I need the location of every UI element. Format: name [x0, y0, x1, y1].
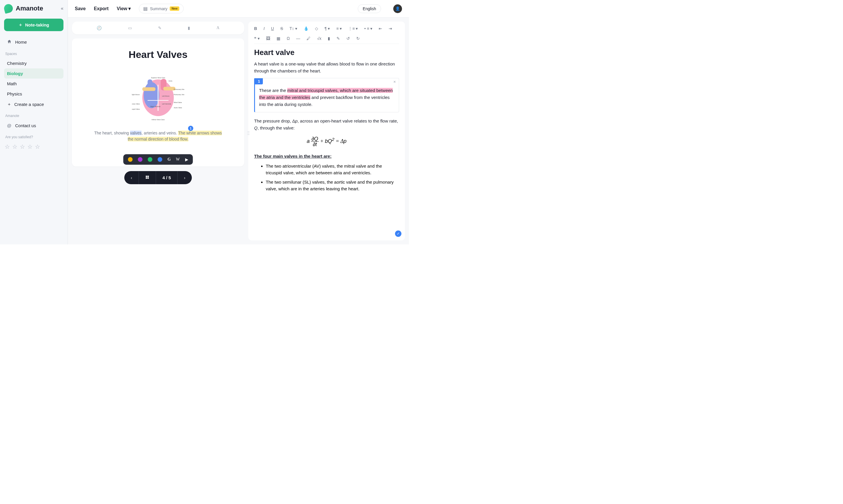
star-icon[interactable]: ☆ [5, 143, 10, 150]
font-size-icon[interactable]: T↕ ▾ [289, 26, 297, 31]
linked-annotation: 1 ✕ These are the mitral and tricuspid v… [254, 78, 399, 112]
indent-left-icon[interactable]: ⇤ [379, 26, 382, 31]
svg-text:Pulmonary Valve: Pulmonary Valve [132, 103, 140, 105]
svg-rect-20 [147, 176, 149, 177]
text-icon[interactable]: A [217, 25, 219, 30]
list-item[interactable]: The two semilunar (SL) valves, the aorti… [266, 179, 399, 192]
heart-diagram: Superior Vena Cava Aorta Pulmonary Arter… [132, 69, 184, 121]
color-yellow[interactable] [128, 157, 132, 162]
annotation-number: 1 [255, 78, 263, 84]
view-label: View [117, 6, 127, 11]
wikipedia-icon[interactable]: W [176, 157, 180, 162]
youtube-icon[interactable]: ▶ [185, 157, 189, 162]
next-page-button[interactable]: › [178, 172, 192, 184]
sync-status-icon[interactable]: ✓ [395, 231, 401, 237]
nav-contact[interactable]: @ Contact us [4, 120, 64, 131]
pen-icon[interactable]: ✎ [337, 36, 340, 41]
color-purple[interactable] [138, 157, 142, 162]
pane-resize-handle[interactable]: ⠿⠿ [247, 131, 250, 136]
topbar: Save Export View ▾ ▤ Summary New English… [68, 0, 409, 17]
indent-right-icon[interactable]: ⇥ [389, 26, 392, 31]
grid-view-button[interactable] [139, 171, 156, 184]
caption-selected: valves [130, 131, 142, 135]
summary-button[interactable]: ▤ Summary New [139, 4, 183, 13]
undo-icon[interactable]: ↺ [346, 36, 350, 41]
slide-title: Heart Valves [80, 49, 235, 60]
drop-icon[interactable]: 💧 [304, 26, 308, 31]
omega-icon[interactable]: Ω [287, 36, 290, 41]
star-icon[interactable]: ☆ [20, 143, 25, 150]
eraser-icon[interactable]: ◇ [315, 26, 318, 31]
highlight-popup: G W ▶ [123, 154, 193, 165]
logo-row: Amanote « [4, 4, 64, 13]
home-icon [7, 39, 12, 45]
save-button[interactable]: Save [75, 6, 86, 11]
rating-stars[interactable]: ☆ ☆ ☆ ☆ ☆ [4, 141, 64, 152]
space-math[interactable]: Math [4, 78, 64, 89]
svg-text:Left Atrium: Left Atrium [162, 95, 170, 97]
minus-icon[interactable]: — [296, 36, 300, 41]
spaces-section-label: Spaces [4, 48, 64, 58]
nav-contact-label: Contact us [15, 123, 36, 128]
slide-caption: The heart, showing valves, arteries and … [80, 130, 235, 142]
google-icon[interactable]: G [167, 157, 171, 162]
ordered-list-icon[interactable]: ⋮≡ ▾ [348, 26, 358, 31]
editor-pane: ⠿⠿ B I U S T↕ ▾ 💧 ◇ ¶ ▾ ≡ ▾ ⋮≡ ▾ • ≡ ▾ ⇤… [248, 21, 405, 240]
list-item[interactable]: The two atrioventricular (AV) valves, th… [266, 163, 399, 176]
collapse-sidebar-icon[interactable]: « [61, 6, 64, 11]
main: Save Export View ▾ ▤ Summary New English… [68, 0, 409, 245]
underline-icon[interactable]: U [271, 26, 274, 31]
sqrt-icon[interactable]: √x [317, 36, 321, 41]
prev-page-button[interactable]: ‹ [124, 172, 139, 184]
star-icon[interactable]: ☆ [12, 143, 17, 150]
clock-icon[interactable]: 🕘 [97, 25, 102, 30]
note-intro[interactable]: A heart valve is a one-way valve that al… [254, 60, 399, 74]
amanote-section-label: Amanote [4, 110, 64, 120]
caption-text: , arteries and veins. [142, 131, 178, 135]
close-icon[interactable]: ✕ [393, 80, 396, 84]
paragraph-icon[interactable]: ¶ ▾ [325, 26, 330, 31]
table-icon[interactable]: ▦ [276, 36, 280, 41]
pencil-icon[interactable]: ✎ [158, 25, 162, 30]
redo-icon[interactable]: ↻ [356, 36, 360, 41]
annotation-marker[interactable]: 1 [188, 126, 193, 131]
quote-icon[interactable]: ❝ ▾ [254, 36, 259, 41]
note-title[interactable]: Heart valve [254, 48, 399, 57]
list-heading[interactable]: The four main valves in the heart are: [254, 153, 399, 160]
bold-icon[interactable]: B [254, 26, 257, 31]
presentation-icon[interactable]: ▭ [128, 25, 132, 30]
svg-rect-19 [146, 176, 147, 177]
sticky-icon[interactable]: ▮ [328, 36, 330, 41]
create-space-button[interactable]: ＋ Create a space [4, 99, 64, 110]
nav-home[interactable]: Home [4, 36, 64, 48]
user-avatar[interactable]: 👤 [393, 4, 402, 13]
space-physics[interactable]: Physics [4, 89, 64, 99]
view-menu[interactable]: View ▾ [117, 6, 131, 11]
language-selector[interactable]: English [358, 4, 381, 13]
align-icon[interactable]: ≡ ▾ [336, 26, 342, 31]
space-biology[interactable]: Biology [4, 68, 64, 78]
svg-rect-21 [146, 178, 147, 179]
italic-icon[interactable]: I [264, 26, 265, 31]
svg-text:Left Ventricle: Left Ventricle [162, 103, 171, 105]
valve-list[interactable]: The two atrioventricular (AV) valves, th… [254, 163, 399, 192]
pressure-text[interactable]: The pressure drop, Δp, across an open-he… [254, 118, 399, 131]
nav-home-label: Home [15, 40, 27, 44]
star-icon[interactable]: ☆ [35, 143, 40, 150]
space-chemistry[interactable]: Chemistry [4, 58, 64, 68]
color-green[interactable] [148, 157, 152, 162]
color-blue[interactable] [158, 157, 162, 162]
svg-text:Pulmonary Vein: Pulmonary Vein [174, 94, 184, 95]
note-icon[interactable]: ▮ [188, 25, 190, 30]
image-icon[interactable]: 🖼 [266, 36, 270, 41]
export-button[interactable]: Export [94, 6, 109, 11]
star-icon[interactable]: ☆ [28, 143, 33, 150]
new-note-button[interactable]: ＋ Note-taking [4, 19, 64, 31]
svg-text:Aorta: Aorta [168, 80, 172, 82]
annotation-text[interactable]: These are the mitral and tricuspid valve… [259, 87, 395, 108]
highlighter-icon[interactable]: 🖊 [306, 36, 310, 41]
equation-block[interactable]: a ∂Q∂t + bQ2 = Δp [254, 136, 399, 147]
strikethrough-icon[interactable]: S [280, 26, 283, 31]
svg-text:Inferior Vena Cava: Inferior Vena Cava [152, 119, 165, 121]
unordered-list-icon[interactable]: • ≡ ▾ [364, 26, 372, 31]
